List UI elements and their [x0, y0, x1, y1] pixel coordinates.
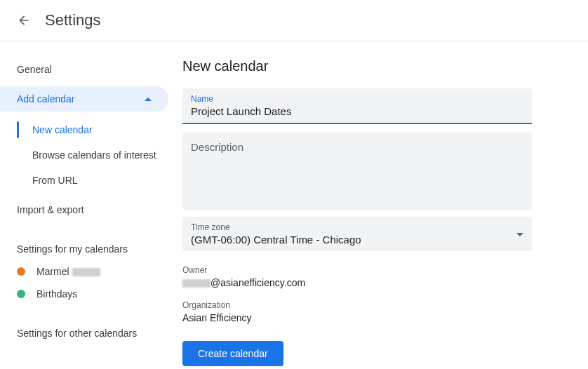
organization-value: Asian Efficiency: [182, 312, 252, 323]
chevron-up-icon: [145, 98, 152, 101]
sidebar-subitem-new-calendar[interactable]: New calendar: [18, 117, 182, 142]
calendar-item-birthdays[interactable]: Birthdays: [0, 283, 182, 305]
create-calendar-button[interactable]: Create calendar: [182, 341, 283, 366]
name-field-container: Name: [182, 88, 532, 124]
sidebar-item-label: Add calendar: [17, 93, 75, 105]
name-field-label: Name: [191, 94, 523, 104]
main-content: New calendar Name Description Time zone …: [182, 41, 588, 369]
my-calendars-section-title: Settings for my calendars: [0, 238, 182, 260]
chevron-down-icon: [516, 233, 523, 236]
organization-label: Organization: [182, 300, 532, 310]
calendar-item-label: Marmel: [36, 266, 100, 277]
owner-value: @asianefficiency.com: [182, 277, 305, 288]
sidebar-subitem-from-url[interactable]: From URL: [18, 168, 182, 193]
calendar-item-label: Birthdays: [36, 288, 77, 300]
calendar-color-dot: [17, 267, 25, 276]
name-input[interactable]: [191, 104, 523, 119]
other-calendars-section-title: Settings for other calendars: [0, 322, 182, 344]
back-arrow-icon[interactable]: [17, 13, 31, 27]
calendar-color-dot: [17, 290, 25, 298]
timezone-value: (GMT-06:00) Central Time - Chicago: [191, 232, 516, 247]
description-placeholder: Description: [191, 141, 243, 153]
sidebar-item-import-export[interactable]: Import & export: [0, 199, 182, 221]
organization-field: Organization Asian Efficiency: [182, 300, 532, 324]
settings-header: Settings: [0, 0, 588, 41]
form-title: New calendar: [182, 58, 532, 74]
owner-label: Owner: [182, 265, 532, 275]
calendar-item-marmel[interactable]: Marmel: [0, 260, 182, 283]
timezone-select[interactable]: Time zone (GMT-06:00) Central Time - Chi…: [182, 217, 532, 251]
sidebar-item-general[interactable]: General: [0, 58, 182, 81]
description-field[interactable]: Description: [182, 133, 532, 210]
timezone-label: Time zone: [191, 222, 516, 232]
sidebar-item-add-calendar[interactable]: Add calendar: [0, 86, 168, 112]
owner-field: Owner @asianefficiency.com: [182, 265, 532, 289]
sidebar-subitem-browse[interactable]: Browse calendars of interest: [18, 142, 182, 168]
page-title: Settings: [45, 11, 101, 29]
settings-sidebar: General Add calendar New calendar Browse…: [0, 41, 182, 369]
